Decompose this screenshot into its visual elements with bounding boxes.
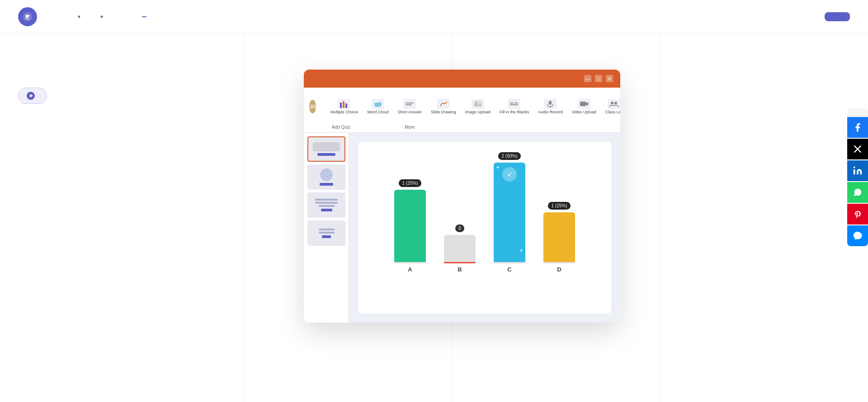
close-button[interactable]: ✕ [606,75,613,82]
svg-point-6 [378,102,382,106]
svg-rect-1 [340,103,342,108]
share-count [847,108,868,116]
class-list-icon [608,99,620,109]
ribbon-tool-class-list[interactable]: Class List [602,97,620,116]
microphone-icon [544,99,557,109]
nav-right [788,12,850,21]
bar-underline-b [444,262,476,263]
nav-item-pricing[interactable] [114,13,128,20]
share-linkedin-button[interactable] [847,160,868,181]
slide-4[interactable] [307,220,345,246]
bar-label-a: 1 (25%) [399,179,421,187]
bar-b [444,235,476,262]
cloud-icon [372,99,384,109]
nav-item-schools[interactable] [132,13,154,21]
slide-thumb-circle [320,168,333,181]
join-class-link[interactable] [788,13,799,20]
svg-point-19 [854,167,855,168]
nav-item-resources[interactable]: ▾ [91,10,110,23]
new-badge [142,16,146,17]
slide-thumb-lines [315,199,338,207]
ribbon-tool-audio-record[interactable]: Audio Record [534,97,566,116]
logo[interactable] [18,7,42,26]
hero-title [18,118,47,186]
svg-rect-8 [406,104,412,105]
hero-section: — □ ✕ JO Multiple Choice [0,33,868,402]
ribbon-tool-multiple-choice[interactable]: Multiple Choice [327,97,362,116]
bar-group-b: 0 B [444,224,476,273]
bar-a [394,190,426,262]
short-answer-icon [403,99,416,109]
slide-1[interactable] [307,136,345,162]
add-quiz-label: Add Quiz [332,125,350,130]
share-twitter-button[interactable] [847,139,868,159]
bar-letter-a: A [408,266,412,273]
ribbon-tool-short-answer[interactable]: Short Answer [394,97,426,116]
ribbon-tool-word-cloud[interactable]: Word Cloud [363,97,392,116]
slide-thumb-lines-4 [319,229,335,234]
bar-group-d: 1 (25%) D [543,202,575,273]
bar-underline-a [394,262,426,263]
window-controls: — □ ✕ [584,75,613,82]
svg-rect-12 [514,103,518,103]
image-icon [472,99,484,109]
app-window: — □ ✕ JO Multiple Choice [304,70,620,323]
hero-right: — □ ✕ JO Multiple Choice [47,61,850,323]
ribbon-tool-slide-drawing[interactable]: Slide Drawing [427,97,460,116]
chevron-down-icon: ▾ [78,14,80,20]
svg-rect-11 [510,103,514,103]
nav-item-product[interactable]: ▾ [69,10,88,23]
share-pinterest-button[interactable] [847,204,868,224]
slide-3[interactable] [307,192,345,218]
check-icon: ✓ [502,167,517,182]
bar-label-b: 0 [455,224,464,232]
ribbon-tool-fill-blanks[interactable]: Fill in the Blanks [496,97,533,116]
share-messenger-button[interactable] [847,225,868,246]
ribbon-tools: Multiple Choice Word Cloud [327,97,620,116]
slide-thumb-bar-3 [321,209,332,211]
blanks-icon [508,99,520,109]
login-link[interactable] [807,13,817,20]
bar-group-c: 2 (50%) ✓ ✦ ✦ C [494,152,525,273]
watch-video-button[interactable] [18,88,47,104]
bar-chart-icon [338,99,350,109]
window-titlebar: — □ ✕ [304,70,620,88]
slide-thumb-bar [317,153,335,156]
slide-thumb-bar-2 [320,183,333,186]
maximize-button[interactable]: □ [595,75,602,82]
quiz-chart: 1 (25%) A 0 B [358,142,611,313]
slide-thumb-bar-4 [322,235,331,238]
logo-icon [18,7,37,26]
svg-rect-2 [343,101,344,108]
bar-letter-c: C [507,266,511,273]
slide-2[interactable] [307,164,345,190]
minimize-button[interactable]: — [584,75,591,82]
signup-button[interactable] [825,12,850,21]
ribbon-tool-video-upload[interactable]: Video Upload [568,97,600,116]
bar-letter-b: B [458,266,462,273]
bar-letter-d: D [557,266,561,273]
quiz-area: 1 (25%) A 0 B [349,133,620,323]
bar-label-d: 1 (25%) [548,202,570,210]
svg-rect-14 [549,101,552,105]
bar-d [543,212,575,262]
ribbon-tool-image-upload[interactable]: Image Upload [462,97,494,116]
chart-bars: 1 (25%) A 0 B [367,151,602,286]
ribbon-labels: Add Quiz More [309,125,615,130]
bar-underline-d [543,262,575,263]
hero-left [18,61,47,199]
play-icon [27,92,35,100]
nav-links: ▾ ▾ [69,10,788,23]
share-facebook-button[interactable] [847,117,868,138]
svg-rect-9 [474,101,482,107]
user-avatar: JO [309,100,316,113]
share-sidebar [847,108,868,246]
video-icon [578,99,590,109]
svg-point-5 [374,103,378,106]
bar-underline-c [494,262,525,263]
ribbon: JO Multiple Choice [304,88,620,133]
slide-thumb-rect [313,142,340,151]
share-whatsapp-button[interactable] [847,182,868,203]
svg-rect-3 [345,103,347,108]
svg-point-17 [611,102,613,104]
